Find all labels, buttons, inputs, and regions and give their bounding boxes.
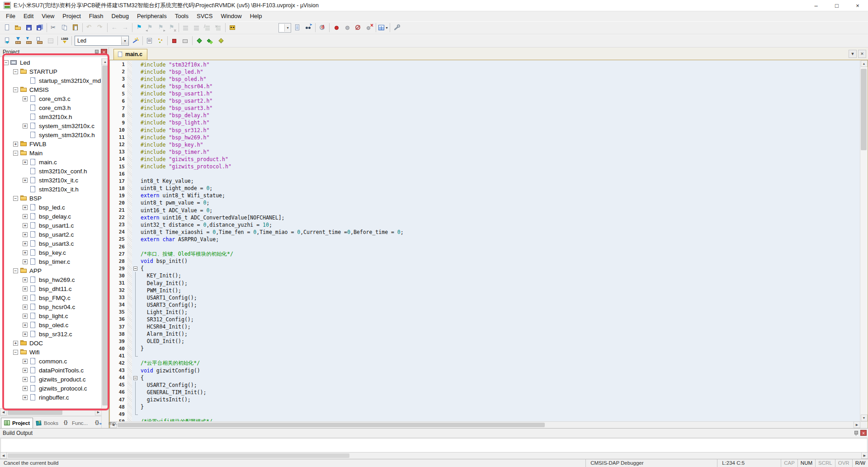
scroll-right-icon[interactable]: ▶ <box>854 421 860 428</box>
scroll-left-icon[interactable]: ◀ <box>0 452 7 459</box>
code-line-34[interactable]: 34 USART3_Config(); <box>110 301 860 309</box>
load-button[interactable] <box>59 35 70 46</box>
breakpoints-kill-all-button[interactable] <box>363 22 374 33</box>
code-line-26[interactable]: 26 <box>110 243 860 250</box>
tree-item-gizwits-product-c[interactable]: +gizwits_product.c <box>0 375 108 384</box>
redo-button[interactable] <box>95 22 106 33</box>
code-line-9[interactable]: 9#include "bsp_light.h" <box>110 119 860 126</box>
paste-button[interactable] <box>70 22 81 33</box>
tab-list-dropdown-icon[interactable]: ▼ <box>849 50 857 58</box>
cut-button[interactable] <box>48 22 59 33</box>
code-line-5[interactable]: 5#include "bsp_usart1.h" <box>110 90 860 97</box>
tree-item-main[interactable]: −Main <box>0 149 108 158</box>
menu-svcs[interactable]: SVCS <box>193 11 217 21</box>
expand-icon[interactable]: + <box>23 124 28 129</box>
find-in-files-button[interactable] <box>227 22 238 33</box>
tree-item-bsp-dht11-c[interactable]: +bsp_dht11.c <box>0 285 108 294</box>
expand-icon[interactable]: + <box>23 395 28 400</box>
bookmark-next-button[interactable] <box>156 22 166 33</box>
code-line-4[interactable]: 4#include "bsp_hcsr04.h" <box>110 83 860 90</box>
select-packs-button[interactable] <box>194 35 205 46</box>
close-button[interactable]: × <box>847 0 868 11</box>
minimize-button[interactable]: – <box>806 0 826 11</box>
incremental-find-button[interactable] <box>303 22 314 33</box>
expand-icon[interactable]: + <box>23 96 28 101</box>
batch-build-button[interactable] <box>34 35 45 46</box>
code-line-37[interactable]: 37 HCSR04_Init(); <box>110 323 860 330</box>
tree-item-led[interactable]: −Led <box>0 58 108 67</box>
file-extensions-button[interactable] <box>144 35 155 46</box>
expand-icon[interactable]: + <box>23 305 28 310</box>
tree-item-wifi[interactable]: −Wifi <box>0 348 108 357</box>
code-line-16[interactable]: 16 <box>110 170 860 177</box>
breakpoint-toggle-button[interactable] <box>331 22 342 33</box>
collapse-icon[interactable]: − <box>13 151 18 156</box>
expand-icon[interactable]: + <box>23 205 28 210</box>
tree-item-bsp-led-c[interactable]: +bsp_led.c <box>0 203 108 212</box>
scrollbar-thumb[interactable] <box>118 423 545 427</box>
maximize-button[interactable]: □ <box>826 0 847 11</box>
manage-rte-button[interactable] <box>169 35 180 46</box>
project-tree-vscrollbar[interactable]: ▲ <box>101 58 108 428</box>
expand-icon[interactable]: + <box>13 341 18 346</box>
code-line-47[interactable]: 47 gizwitsInit(); <box>110 396 860 403</box>
tree-item-system-stm32f10x-h[interactable]: system_stm32f10x.h <box>0 131 108 140</box>
code-line-50[interactable]: 50/*设置wifi模块的配网模式*/ <box>110 418 860 421</box>
menu-edit[interactable]: Edit <box>19 11 38 21</box>
menu-flash[interactable]: Flash <box>85 11 108 21</box>
expand-icon[interactable]: + <box>23 386 28 391</box>
code-lines[interactable]: 1#include "stm32f10x.h"2#include "bsp_le… <box>110 60 860 421</box>
code-line-32[interactable]: 32 PWM_Init(); <box>110 287 860 294</box>
translate-button[interactable] <box>2 35 13 46</box>
code-line-48[interactable]: 48} <box>110 403 860 410</box>
expand-icon[interactable]: + <box>23 277 28 282</box>
undo-button[interactable] <box>84 22 95 33</box>
expand-icon[interactable]: + <box>23 323 28 328</box>
code-line-1[interactable]: 1#include "stm32f10x.h" <box>110 61 860 68</box>
panel-tab-func[interactable]: Func... <box>61 418 90 428</box>
scrollbar-track[interactable] <box>860 67 868 415</box>
code-line-15[interactable]: 15#include "gizwits_protocol.h" <box>110 163 860 170</box>
scroll-right-icon[interactable]: ▶ <box>95 409 102 415</box>
code-line-19[interactable]: 19extern uint8_t Wifi_statue; <box>110 192 860 199</box>
code-line-20[interactable]: 20uint8_t pwm_value = 0; <box>110 199 860 206</box>
options-target-button[interactable] <box>130 35 141 46</box>
nav-back-button[interactable] <box>109 22 120 33</box>
expand-icon[interactable]: + <box>23 214 28 219</box>
expand-icon[interactable]: + <box>23 241 28 246</box>
expand-icon[interactable]: + <box>23 178 28 183</box>
code-line-39[interactable]: 39 OLED_Init(); <box>110 338 860 345</box>
code-line-49[interactable]: 49 <box>110 410 860 418</box>
tree-item-bsp-usart3-c[interactable]: +bsp_usart3.c <box>0 239 108 248</box>
tree-item-common-c[interactable]: +common.c <box>0 357 108 366</box>
tree-item-bsp-fmq-c[interactable]: +bsp_FMQ.c <box>0 294 108 303</box>
build-button[interactable] <box>13 35 24 46</box>
panel-tab-project[interactable]: Project <box>1 418 33 428</box>
editor-vscrollbar[interactable]: ▲ ▼ <box>860 60 868 421</box>
code-line-28[interactable]: 28void bsp_init() <box>110 257 860 265</box>
code-line-23[interactable]: 23uint32_t distance = 0,distance_yuzhi =… <box>110 221 860 229</box>
uncomment-button[interactable] <box>213 22 224 33</box>
code-line-33[interactable]: 33 USART1_Config(); <box>110 294 860 301</box>
code-line-29[interactable]: 29{ <box>110 265 860 272</box>
code-line-21[interactable]: 21uint16_t ADC_Value = 0; <box>110 207 860 214</box>
indent-right-button[interactable] <box>191 22 202 33</box>
menu-window[interactable]: Window <box>217 11 245 21</box>
expand-icon[interactable]: + <box>23 259 28 264</box>
project-tree-hscrollbar[interactable]: ◀ ▶ ▼ <box>0 408 108 416</box>
expand-icon[interactable]: + <box>23 250 28 255</box>
scrollbar-track[interactable] <box>117 422 854 428</box>
code-line-27[interactable]: 27/*串口、按键、Oled等模块的初始化*/ <box>110 250 860 257</box>
tree-item-fwlb[interactable]: +FWLB <box>0 140 108 149</box>
code-line-10[interactable]: 10#include "bsp_sr312.h" <box>110 127 860 134</box>
code-line-3[interactable]: 3#include "bsp_oled.h" <box>110 76 860 83</box>
tree-item-bsp-key-c[interactable]: +bsp_key.c <box>0 248 108 257</box>
code-line-7[interactable]: 7#include "bsp_usart3.h" <box>110 105 860 112</box>
copy-button[interactable] <box>59 22 70 33</box>
fold-collapse-icon[interactable] <box>132 265 139 272</box>
open-file-button[interactable] <box>13 22 24 33</box>
save-button[interactable] <box>24 22 34 33</box>
tab-main-c[interactable]: main.c <box>113 49 147 60</box>
collapse-icon[interactable]: − <box>13 69 18 74</box>
code-line-30[interactable]: 30 KEY_Init(); <box>110 272 860 279</box>
